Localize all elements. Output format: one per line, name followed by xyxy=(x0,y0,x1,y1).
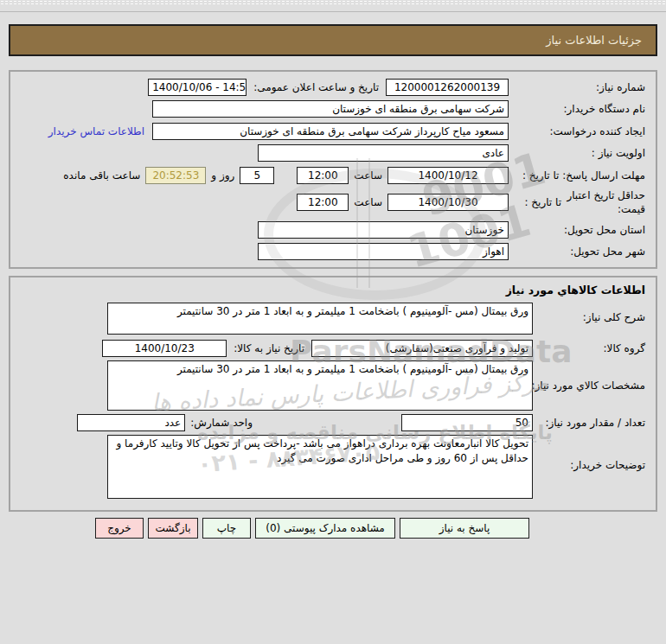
need-date-label: تاریخ نیاز به کالا: xyxy=(234,342,304,354)
goods-group-row: گروه کالا: تولید و فرآوری صنعتی(سفارشی) … xyxy=(21,340,645,357)
view-attachments-button[interactable]: مشاهده مدارک پیوستی (0) xyxy=(255,518,395,539)
exit-button[interactable]: خروج xyxy=(95,518,144,539)
validity-hour-label: ساعت xyxy=(354,196,382,208)
page-title-bar: جزئیات اطلاعات نیاز xyxy=(9,24,657,56)
days-and-label: روز و xyxy=(211,169,234,182)
announce-datetime-label: تاریخ و ساعت اعلان عمومی: xyxy=(253,81,379,93)
top-dotted-band xyxy=(0,0,666,5)
creator-label: ایجاد کننده درخواست: xyxy=(509,125,645,137)
specs-label: مشخصات کالاي مورد نیاز: xyxy=(533,379,645,392)
general-desc-label: شرح کلی نیاز: xyxy=(533,311,645,323)
validity-time-field[interactable]: 12:00 xyxy=(297,194,349,211)
hours-remaining-label: ساعت باقی مانده xyxy=(63,169,140,182)
validity-date-field[interactable]: 1400/10/30 xyxy=(387,194,509,211)
price-validity-row: حداقل تاریخ اعتبار قیمت: تا تاریخ : 1400… xyxy=(21,188,645,216)
quantity-field[interactable]: 50 xyxy=(401,414,533,431)
respond-button[interactable]: پاسخ به نیاز xyxy=(400,518,529,539)
need-date-field[interactable]: 1400/10/23 xyxy=(102,340,227,357)
goods-info-panel: اطلاعات کالاهاي مورد نیاز شرح کلی نیاز: … xyxy=(9,276,657,512)
province-row: استان محل تحویل: خوزستان xyxy=(21,221,645,239)
page-title: جزئیات اطلاعات نیاز xyxy=(546,34,642,47)
announce-datetime-field[interactable]: 1400/10/06 - 14:57 xyxy=(148,79,247,96)
buyer-notes-row: توضیحات خریدار: تحویل کالا انبارمعاونت ب… xyxy=(21,435,645,499)
action-button-bar: پاسخ به نیاز مشاهده مدارک پیوستی (0) چاپ… xyxy=(9,517,657,539)
need-number-field[interactable]: 1200001262000139 xyxy=(386,79,509,96)
unit-field[interactable]: عدد xyxy=(77,414,185,431)
deadline-date-field[interactable]: 1400/10/12 xyxy=(387,167,509,184)
deadline-row: مهلت ارسال پاسخ: تا تاریخ : 1400/10/12 س… xyxy=(21,167,645,184)
buyer-org-field[interactable]: شرکت سهامی برق منطقه ای خوزستان xyxy=(152,100,509,118)
general-desc-row: شرح کلی نیاز: ورق بیمتال (مس -آلومینیوم … xyxy=(21,303,645,335)
creator-field[interactable]: مسعود میاح کارپرداز شرکت سهامی برق منطقه… xyxy=(152,123,509,140)
days-remaining-field[interactable]: 5 xyxy=(240,167,274,184)
goods-group-field[interactable]: تولید و فرآوری صنعتی(سفارشی) xyxy=(311,340,533,357)
priority-row: اولویت نیاز : عادی xyxy=(21,144,645,162)
need-info-panel: شماره نیاز: 1200001262000139 تاریخ و ساع… xyxy=(9,70,657,269)
general-desc-field[interactable]: ورق بیمتال (مس -آلومینیوم ) باضخامت 1 می… xyxy=(107,303,533,335)
top-divider-line xyxy=(0,11,666,12)
specs-field[interactable]: ورق بیمتال (مس -آلومینیوم ) باضخامت 1 می… xyxy=(107,360,533,411)
quantity-label: تعداد / مقدار مورد نیاز: xyxy=(533,417,645,429)
price-validity-label: حداقل تاریخ اعتبار قیمت: xyxy=(561,188,645,216)
deadline-time-field[interactable]: 12:00 xyxy=(297,167,349,184)
buyer-org-label: نام دستگاه خریدار: xyxy=(509,103,645,115)
back-button[interactable]: بازگشت xyxy=(148,518,198,539)
buyer-contact-link[interactable]: اطلاعات تماس خریدار xyxy=(48,125,144,137)
priority-label: اولویت نیاز : xyxy=(509,147,645,159)
goods-section-title: اطلاعات کالاهاي مورد نیاز xyxy=(21,284,645,303)
unit-label: واحد شمارش: xyxy=(190,417,253,429)
buyer-notes-field[interactable]: تحویل کالا انبارمعاونت بهره برداری دراهو… xyxy=(107,435,533,499)
deadline-label: مهلت ارسال پاسخ: تا تاریخ : xyxy=(509,169,645,182)
creator-row: ایجاد کننده درخواست: مسعود میاح کارپرداز… xyxy=(21,123,645,140)
until-date-label: تا تاریخ : xyxy=(524,196,561,208)
need-number-label: شماره نیاز: xyxy=(509,81,645,93)
goods-group-label: گروه کالا: xyxy=(533,342,645,354)
specs-row: مشخصات کالاي مورد نیاز: ورق بیمتال (مس -… xyxy=(21,360,645,411)
priority-field[interactable]: عادی xyxy=(258,144,509,162)
deadline-hour-label: ساعت xyxy=(354,169,382,182)
city-label: شهر محل تحویل: xyxy=(509,245,645,258)
buyer-org-row: نام دستگاه خریدار: شرکت سهامی برق منطقه … xyxy=(21,100,645,118)
quantity-row: تعداد / مقدار مورد نیاز: 50 واحد شمارش: … xyxy=(21,414,645,431)
countdown-field: 20:52:53 xyxy=(145,167,206,184)
city-field[interactable]: اهواز xyxy=(258,243,509,260)
city-row: شهر محل تحویل: اهواز xyxy=(21,243,645,260)
province-field[interactable]: خوزستان xyxy=(258,221,509,239)
province-label: استان محل تحویل: xyxy=(509,224,645,236)
print-button[interactable]: چاپ xyxy=(202,518,251,539)
buyer-notes-label: توضیحات خریدار: xyxy=(533,459,645,471)
need-number-row: شماره نیاز: 1200001262000139 تاریخ و ساع… xyxy=(21,79,645,96)
